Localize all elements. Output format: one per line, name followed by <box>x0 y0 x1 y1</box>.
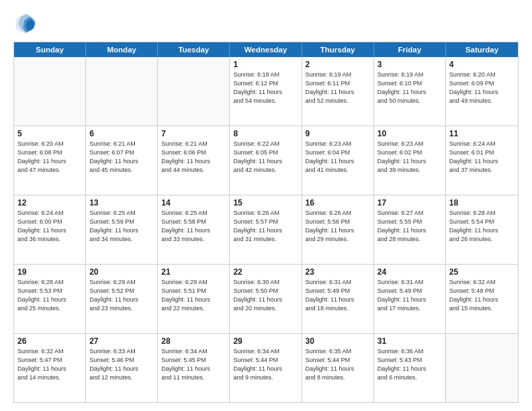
day-info: Sunrise: 6:29 AM Sunset: 5:52 PM Dayligh… <box>89 278 154 313</box>
day-info: Sunrise: 6:34 AM Sunset: 5:45 PM Dayligh… <box>161 347 226 382</box>
day-info: Sunrise: 6:22 AM Sunset: 6:05 PM Dayligh… <box>233 140 298 175</box>
day-info: Sunrise: 6:26 AM Sunset: 5:56 PM Dayligh… <box>306 209 370 244</box>
day-number: 25 <box>449 267 515 277</box>
header-day-saturday: Saturday <box>446 42 518 57</box>
day-number: 1 <box>233 60 298 69</box>
day-info: Sunrise: 6:24 AM Sunset: 6:00 PM Dayligh… <box>17 209 82 244</box>
day-info: Sunrise: 6:25 AM Sunset: 5:58 PM Dayligh… <box>161 209 226 244</box>
day-cell-9: 9Sunrise: 6:23 AM Sunset: 6:04 PM Daylig… <box>302 126 374 195</box>
day-cell-17: 17Sunrise: 6:27 AM Sunset: 5:55 PM Dayli… <box>374 195 446 264</box>
day-cell-11: 11Sunrise: 6:24 AM Sunset: 6:01 PM Dayli… <box>446 126 518 195</box>
day-number: 2 <box>306 60 370 69</box>
day-number: 26 <box>17 336 82 346</box>
day-info: Sunrise: 6:19 AM Sunset: 6:10 PM Dayligh… <box>378 71 442 105</box>
day-number: 6 <box>89 129 154 138</box>
calendar-week-4: 19Sunrise: 6:28 AM Sunset: 5:53 PM Dayli… <box>14 265 518 334</box>
calendar-body: 1Sunrise: 6:18 AM Sunset: 6:12 PM Daylig… <box>14 57 518 402</box>
day-cell-empty <box>158 57 230 126</box>
day-info: Sunrise: 6:20 AM Sunset: 6:08 PM Dayligh… <box>17 140 82 175</box>
day-number: 28 <box>161 336 226 346</box>
day-info: Sunrise: 6:28 AM Sunset: 5:54 PM Dayligh… <box>449 209 515 244</box>
day-cell-28: 28Sunrise: 6:34 AM Sunset: 5:45 PM Dayli… <box>158 334 230 402</box>
day-number: 31 <box>378 336 442 346</box>
day-number: 21 <box>161 267 226 277</box>
day-cell-5: 5Sunrise: 6:20 AM Sunset: 6:08 PM Daylig… <box>14 126 86 195</box>
day-number: 11 <box>449 129 515 138</box>
day-info: Sunrise: 6:32 AM Sunset: 5:48 PM Dayligh… <box>449 278 515 313</box>
day-number: 22 <box>233 267 298 277</box>
day-cell-10: 10Sunrise: 6:23 AM Sunset: 6:02 PM Dayli… <box>374 126 446 195</box>
day-number: 12 <box>17 198 82 208</box>
day-info: Sunrise: 6:28 AM Sunset: 5:53 PM Dayligh… <box>17 278 82 313</box>
day-number: 9 <box>306 129 370 138</box>
day-cell-31: 31Sunrise: 6:36 AM Sunset: 5:43 PM Dayli… <box>374 334 446 402</box>
day-number: 16 <box>306 198 370 208</box>
day-cell-27: 27Sunrise: 6:33 AM Sunset: 5:46 PM Dayli… <box>86 334 158 402</box>
day-number: 24 <box>378 267 442 277</box>
day-info: Sunrise: 6:27 AM Sunset: 5:55 PM Dayligh… <box>378 209 442 244</box>
day-info: Sunrise: 6:23 AM Sunset: 6:02 PM Dayligh… <box>378 140 442 175</box>
day-info: Sunrise: 6:36 AM Sunset: 5:43 PM Dayligh… <box>378 347 442 382</box>
day-cell-4: 4Sunrise: 6:20 AM Sunset: 6:09 PM Daylig… <box>446 57 518 126</box>
day-info: Sunrise: 6:35 AM Sunset: 5:44 PM Dayligh… <box>306 347 370 382</box>
day-info: Sunrise: 6:31 AM Sunset: 5:49 PM Dayligh… <box>306 278 370 313</box>
day-info: Sunrise: 6:24 AM Sunset: 6:01 PM Dayligh… <box>449 140 515 175</box>
day-cell-20: 20Sunrise: 6:29 AM Sunset: 5:52 PM Dayli… <box>86 265 158 333</box>
day-cell-18: 18Sunrise: 6:28 AM Sunset: 5:54 PM Dayli… <box>446 195 518 264</box>
day-number: 7 <box>161 129 226 138</box>
day-info: Sunrise: 6:18 AM Sunset: 6:12 PM Dayligh… <box>233 71 298 105</box>
day-cell-6: 6Sunrise: 6:21 AM Sunset: 6:07 PM Daylig… <box>86 126 158 195</box>
day-number: 18 <box>449 198 515 208</box>
day-info: Sunrise: 6:34 AM Sunset: 5:44 PM Dayligh… <box>233 347 298 382</box>
day-cell-24: 24Sunrise: 6:31 AM Sunset: 5:49 PM Dayli… <box>374 265 446 333</box>
page: SundayMondayTuesdayWednesdayThursdayFrid… <box>0 0 532 411</box>
day-cell-empty <box>86 57 158 126</box>
day-info: Sunrise: 6:31 AM Sunset: 5:49 PM Dayligh… <box>378 278 442 313</box>
calendar-week-3: 12Sunrise: 6:24 AM Sunset: 6:00 PM Dayli… <box>14 195 518 265</box>
header-day-sunday: Sunday <box>14 42 86 57</box>
day-number: 23 <box>306 267 370 277</box>
day-cell-14: 14Sunrise: 6:25 AM Sunset: 5:58 PM Dayli… <box>158 195 230 264</box>
day-info: Sunrise: 6:21 AM Sunset: 6:07 PM Dayligh… <box>89 140 154 175</box>
day-info: Sunrise: 6:21 AM Sunset: 6:06 PM Dayligh… <box>161 140 226 175</box>
day-info: Sunrise: 6:19 AM Sunset: 6:11 PM Dayligh… <box>306 71 370 105</box>
day-number: 15 <box>233 198 298 208</box>
day-cell-22: 22Sunrise: 6:30 AM Sunset: 5:50 PM Dayli… <box>230 265 302 333</box>
day-number: 4 <box>449 60 515 69</box>
day-cell-26: 26Sunrise: 6:32 AM Sunset: 5:47 PM Dayli… <box>14 334 86 402</box>
day-cell-8: 8Sunrise: 6:22 AM Sunset: 6:05 PM Daylig… <box>230 126 302 195</box>
calendar-week-5: 26Sunrise: 6:32 AM Sunset: 5:47 PM Dayli… <box>14 334 518 402</box>
header-day-tuesday: Tuesday <box>158 42 230 57</box>
header <box>13 11 519 35</box>
logo-icon <box>13 11 38 35</box>
day-info: Sunrise: 6:26 AM Sunset: 5:57 PM Dayligh… <box>233 209 298 244</box>
day-cell-3: 3Sunrise: 6:19 AM Sunset: 6:10 PM Daylig… <box>374 57 446 126</box>
day-cell-12: 12Sunrise: 6:24 AM Sunset: 6:00 PM Dayli… <box>14 195 86 264</box>
day-info: Sunrise: 6:32 AM Sunset: 5:47 PM Dayligh… <box>17 347 82 382</box>
calendar-week-2: 5Sunrise: 6:20 AM Sunset: 6:08 PM Daylig… <box>14 126 518 195</box>
day-info: Sunrise: 6:20 AM Sunset: 6:09 PM Dayligh… <box>449 71 515 105</box>
day-cell-21: 21Sunrise: 6:29 AM Sunset: 5:51 PM Dayli… <box>158 265 230 333</box>
day-cell-19: 19Sunrise: 6:28 AM Sunset: 5:53 PM Dayli… <box>14 265 86 333</box>
day-cell-7: 7Sunrise: 6:21 AM Sunset: 6:06 PM Daylig… <box>158 126 230 195</box>
day-number: 20 <box>89 267 154 277</box>
day-cell-empty <box>14 57 86 126</box>
day-number: 17 <box>378 198 442 208</box>
day-info: Sunrise: 6:23 AM Sunset: 6:04 PM Dayligh… <box>306 140 370 175</box>
day-info: Sunrise: 6:25 AM Sunset: 5:59 PM Dayligh… <box>89 209 154 244</box>
day-number: 8 <box>233 129 298 138</box>
day-cell-15: 15Sunrise: 6:26 AM Sunset: 5:57 PM Dayli… <box>230 195 302 264</box>
day-cell-16: 16Sunrise: 6:26 AM Sunset: 5:56 PM Dayli… <box>302 195 374 264</box>
day-number: 27 <box>89 336 154 346</box>
day-cell-2: 2Sunrise: 6:19 AM Sunset: 6:11 PM Daylig… <box>302 57 374 126</box>
day-cell-29: 29Sunrise: 6:34 AM Sunset: 5:44 PM Dayli… <box>230 334 302 402</box>
day-cell-23: 23Sunrise: 6:31 AM Sunset: 5:49 PM Dayli… <box>302 265 374 333</box>
day-info: Sunrise: 6:30 AM Sunset: 5:50 PM Dayligh… <box>233 278 298 313</box>
calendar-header: SundayMondayTuesdayWednesdayThursdayFrid… <box>14 42 518 57</box>
logo <box>13 11 40 35</box>
header-day-friday: Friday <box>374 42 446 57</box>
day-cell-30: 30Sunrise: 6:35 AM Sunset: 5:44 PM Dayli… <box>302 334 374 402</box>
day-number: 29 <box>233 336 298 346</box>
day-info: Sunrise: 6:29 AM Sunset: 5:51 PM Dayligh… <box>161 278 226 313</box>
day-cell-empty <box>446 334 518 402</box>
